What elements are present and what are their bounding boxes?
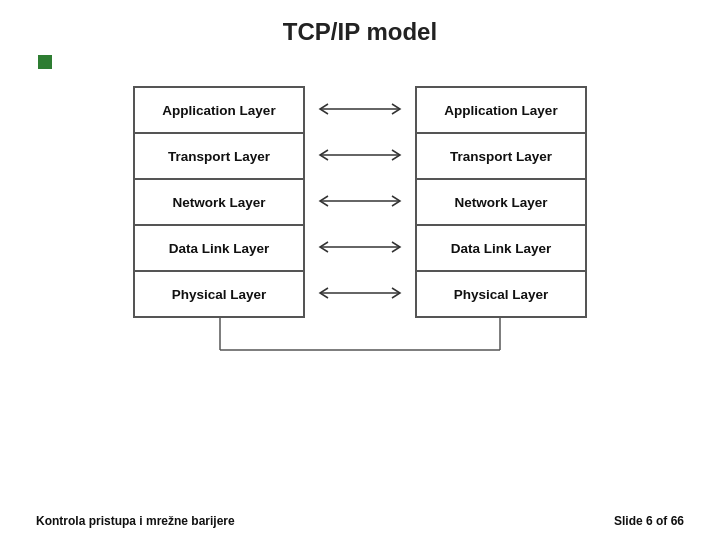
double-arrow-icon	[310, 282, 410, 304]
double-arrow-icon	[310, 190, 410, 212]
double-arrow-icon	[310, 236, 410, 258]
double-arrow-icon	[310, 144, 410, 166]
left-layer-1: Transport Layer	[134, 133, 304, 179]
right-layer-0: Application Layer	[416, 87, 586, 133]
right-layer-1: Transport Layer	[416, 133, 586, 179]
arrow-row-3	[305, 224, 415, 270]
left-stack: Application LayerTransport LayerNetwork …	[133, 86, 305, 318]
right-layer-4: Physical Layer	[416, 271, 586, 317]
footer-left: Kontrola pristupa i mrežne barijere	[36, 514, 235, 528]
arrows-column	[305, 86, 415, 318]
bottom-connector-svg	[135, 318, 585, 356]
footer: Kontrola pristupa i mrežne barijere Slid…	[0, 514, 720, 528]
left-layer-2: Network Layer	[134, 179, 304, 225]
right-stack: Application LayerTransport LayerNetwork …	[415, 86, 587, 318]
bullet-icon	[38, 55, 52, 69]
arrow-row-0	[305, 86, 415, 132]
arrow-row-1	[305, 132, 415, 178]
left-layer-3: Data Link Layer	[134, 225, 304, 271]
left-layer-4: Physical Layer	[134, 271, 304, 317]
arrow-row-2	[305, 178, 415, 224]
double-arrow-icon	[310, 98, 410, 120]
arrow-row-4	[305, 270, 415, 316]
diagram: Application LayerTransport LayerNetwork …	[0, 86, 720, 318]
slide-title: TCP/IP model	[0, 0, 720, 54]
slide: TCP/IP model Application LayerTransport …	[0, 0, 720, 540]
right-layer-2: Network Layer	[416, 179, 586, 225]
footer-right: Slide 6 of 66	[614, 514, 684, 528]
right-layer-3: Data Link Layer	[416, 225, 586, 271]
left-layer-0: Application Layer	[134, 87, 304, 133]
